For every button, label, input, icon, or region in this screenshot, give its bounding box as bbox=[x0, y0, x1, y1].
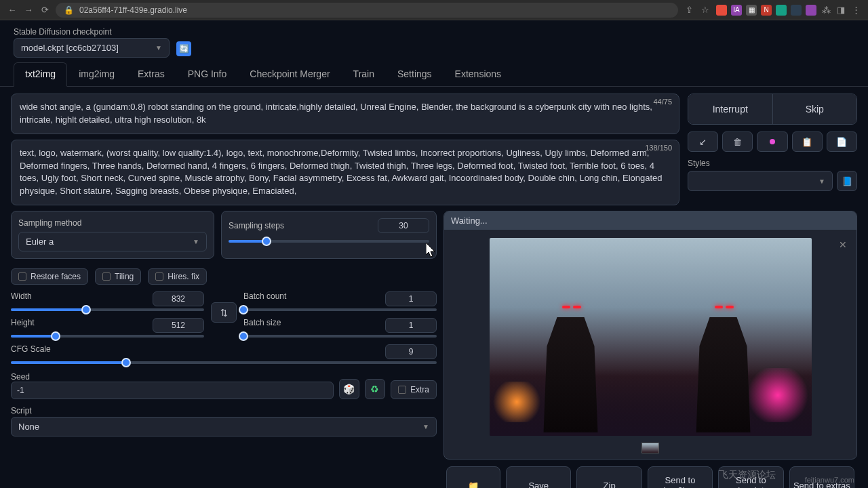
seed-reuse-button[interactable]: ♻ bbox=[365, 379, 385, 399]
prompt-text: wide shot angle, a (gundam:0.8) robot st… bbox=[20, 102, 652, 125]
tab-txt2img[interactable]: txt2img bbox=[14, 62, 67, 87]
skip-button[interactable]: Skip bbox=[773, 94, 857, 124]
output-thumbnail[interactable] bbox=[642, 443, 659, 453]
output-panel: Waiting... ✕ bbox=[443, 211, 857, 460]
negative-prompt-textarea[interactable]: 138/150 text, logo, watermark, (worst qu… bbox=[11, 140, 679, 205]
reload-icon[interactable]: ⟳ bbox=[39, 5, 50, 15]
width-label: Width bbox=[11, 291, 32, 306]
chevron-down-icon: ▼ bbox=[193, 238, 199, 245]
tiling-checkbox[interactable]: Tiling bbox=[95, 268, 141, 285]
cfg-value[interactable]: 9 bbox=[385, 344, 437, 359]
arrow-icon-button[interactable]: ↙ bbox=[688, 131, 718, 152]
batch-size-value[interactable]: 1 bbox=[385, 318, 437, 333]
tab-img2img[interactable]: img2img bbox=[67, 62, 126, 87]
extra-networks-button[interactable] bbox=[757, 131, 787, 152]
checkpoint-label: Stable Diffusion checkpoint bbox=[14, 27, 170, 37]
send-to-img2img-button[interactable]: Send to img2img bbox=[648, 466, 713, 488]
forward-icon[interactable]: → bbox=[23, 5, 34, 15]
tab-train[interactable]: Train bbox=[342, 62, 386, 87]
app-header: Stable Diffusion checkpoint model.ckpt [… bbox=[0, 20, 868, 62]
ext-icon-3[interactable]: ▦ bbox=[746, 5, 757, 16]
star-icon[interactable]: ☆ bbox=[700, 5, 711, 15]
width-value[interactable]: 832 bbox=[153, 291, 204, 306]
tab-pnginfo[interactable]: PNG Info bbox=[176, 62, 239, 87]
sampling-steps-value[interactable]: 30 bbox=[378, 218, 429, 233]
hires-fix-checkbox[interactable]: Hires. fix bbox=[148, 268, 207, 285]
swap-dims-button[interactable]: ⇅ bbox=[211, 302, 237, 323]
apply-style-button[interactable]: 📘 bbox=[837, 171, 857, 191]
tab-checkpoint-merger[interactable]: Checkpoint Merger bbox=[238, 62, 341, 87]
ext-icon-7[interactable] bbox=[806, 5, 816, 16]
menu-icon[interactable]: ⋮ bbox=[850, 5, 861, 15]
seed-extra-checkbox[interactable]: Extra bbox=[391, 380, 437, 399]
watermark-1: 飞天资源论坛 bbox=[719, 469, 776, 481]
seed-label: Seed bbox=[11, 372, 334, 382]
styles-select[interactable]: ▼ bbox=[688, 171, 833, 191]
zip-button[interactable]: Zip bbox=[576, 466, 642, 488]
sampling-steps-slider[interactable] bbox=[229, 240, 429, 243]
height-slider[interactable] bbox=[11, 335, 204, 338]
seed-random-button[interactable]: 🎲 bbox=[339, 379, 359, 399]
height-label: Height bbox=[11, 318, 35, 333]
batch-size-slider[interactable] bbox=[243, 335, 437, 338]
reload-checkpoint-button[interactable]: 🔄 bbox=[176, 41, 191, 56]
chevron-down-icon: ▼ bbox=[155, 44, 162, 52]
url-bar[interactable]: 🔒 02a56ff4-71ff-439e.gradio.live bbox=[56, 3, 678, 18]
prompt-textarea[interactable]: 44/75 wide shot angle, a (gundam:0.8) ro… bbox=[11, 94, 679, 134]
ext-icon-1[interactable] bbox=[716, 5, 727, 16]
extensions-icon[interactable]: ⁂ bbox=[821, 5, 831, 15]
tab-extras[interactable]: Extras bbox=[126, 62, 176, 87]
trash-icon-button[interactable]: 🗑 bbox=[722, 131, 753, 152]
back-icon[interactable]: ← bbox=[7, 5, 18, 15]
interrupt-button[interactable]: Interrupt bbox=[688, 94, 773, 124]
checkpoint-value: model.ckpt [cc6cb27103] bbox=[21, 43, 119, 53]
script-value: None bbox=[18, 422, 39, 432]
close-icon[interactable]: ✕ bbox=[839, 239, 847, 250]
cfg-slider[interactable] bbox=[11, 361, 437, 364]
clipboard-icon-button[interactable]: 📋 bbox=[792, 131, 823, 152]
cfg-label: CFG Scale bbox=[11, 344, 51, 359]
checkpoint-select[interactable]: model.ckpt [cc6cb27103] ▼ bbox=[14, 38, 170, 58]
sampling-method-select[interactable]: Euler a ▼ bbox=[18, 232, 207, 251]
url-text: 02a56ff4-71ff-439e.gradio.live bbox=[79, 5, 187, 15]
sampling-steps-label: Sampling steps bbox=[229, 221, 284, 230]
sampling-method-value: Euler a bbox=[26, 237, 54, 247]
width-slider[interactable] bbox=[11, 308, 204, 311]
generate-controls: Interrupt Skip bbox=[688, 94, 857, 125]
negative-token-count: 138/150 bbox=[645, 143, 672, 154]
script-label: Script bbox=[11, 406, 437, 415]
height-value[interactable]: 512 bbox=[153, 318, 204, 333]
ext-icon-6[interactable] bbox=[791, 5, 802, 16]
styles-label: Styles bbox=[688, 159, 857, 168]
sidepanel-icon[interactable]: ◨ bbox=[835, 5, 846, 15]
script-select[interactable]: None ▼ bbox=[11, 417, 437, 436]
ext-icon-4[interactable]: N bbox=[761, 5, 772, 16]
ext-icon-2[interactable]: IA bbox=[731, 5, 742, 16]
main-tabs: txt2img img2img Extras PNG Info Checkpoi… bbox=[0, 62, 868, 87]
tab-settings[interactable]: Settings bbox=[386, 62, 443, 87]
main-content: 44/75 wide shot angle, a (gundam:0.8) ro… bbox=[0, 87, 868, 488]
share-icon[interactable]: ⇪ bbox=[684, 5, 694, 15]
sampling-method-label: Sampling method bbox=[18, 218, 207, 228]
restore-faces-checkbox[interactable]: Restore faces bbox=[11, 268, 88, 285]
watermark-2: feitianwu7.com bbox=[805, 476, 854, 484]
batch-count-value[interactable]: 1 bbox=[385, 291, 437, 306]
output-status: Waiting... bbox=[444, 211, 856, 230]
batch-count-slider[interactable] bbox=[243, 308, 437, 311]
prompt-token-count: 44/75 bbox=[653, 97, 672, 108]
lock-icon: 🔒 bbox=[64, 5, 74, 15]
file-icon-button[interactable]: 📄 bbox=[827, 131, 857, 152]
batch-size-label: Batch size bbox=[243, 318, 281, 333]
negative-text: text, logo, watermark, (worst quality, l… bbox=[20, 148, 663, 197]
output-image[interactable] bbox=[490, 238, 812, 436]
ext-icon-5[interactable] bbox=[776, 5, 787, 16]
save-button[interactable]: Save bbox=[506, 466, 571, 488]
open-folder-button[interactable]: 📁 bbox=[446, 466, 500, 488]
seed-input[interactable] bbox=[11, 382, 334, 399]
browser-chrome: ← → ⟳ 🔒 02a56ff4-71ff-439e.gradio.live ⇪… bbox=[0, 0, 868, 20]
chevron-down-icon: ▼ bbox=[422, 423, 429, 430]
chevron-down-icon: ▼ bbox=[818, 178, 825, 185]
tab-extensions[interactable]: Extensions bbox=[443, 62, 513, 87]
batch-count-label: Batch count bbox=[243, 291, 286, 306]
